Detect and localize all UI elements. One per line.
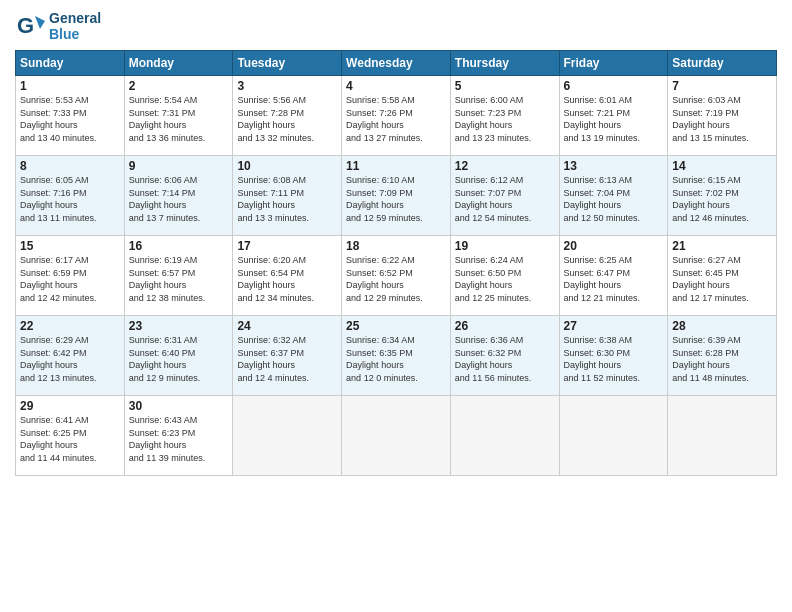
day-info: Sunrise: 6:22 AMSunset: 6:52 PMDaylight … [346, 254, 446, 304]
day-info: Sunrise: 6:19 AMSunset: 6:57 PMDaylight … [129, 254, 229, 304]
day-cell-13: 13Sunrise: 6:13 AMSunset: 7:04 PMDayligh… [559, 156, 668, 236]
logo-name: General [49, 10, 101, 26]
day-number: 26 [455, 319, 555, 333]
day-cell-22: 22Sunrise: 6:29 AMSunset: 6:42 PMDayligh… [16, 316, 125, 396]
day-number: 20 [564, 239, 664, 253]
day-info: Sunrise: 5:56 AMSunset: 7:28 PMDaylight … [237, 94, 337, 144]
day-info: Sunrise: 6:05 AMSunset: 7:16 PMDaylight … [20, 174, 120, 224]
day-info: Sunrise: 6:29 AMSunset: 6:42 PMDaylight … [20, 334, 120, 384]
empty-cell [342, 396, 451, 476]
day-cell-6: 6Sunrise: 6:01 AMSunset: 7:21 PMDaylight… [559, 76, 668, 156]
day-cell-27: 27Sunrise: 6:38 AMSunset: 6:30 PMDayligh… [559, 316, 668, 396]
day-info: Sunrise: 6:08 AMSunset: 7:11 PMDaylight … [237, 174, 337, 224]
header-wednesday: Wednesday [342, 51, 451, 76]
weekday-header-row: Sunday Monday Tuesday Wednesday Thursday… [16, 51, 777, 76]
day-cell-17: 17Sunrise: 6:20 AMSunset: 6:54 PMDayligh… [233, 236, 342, 316]
day-number: 16 [129, 239, 229, 253]
day-number: 13 [564, 159, 664, 173]
day-info: Sunrise: 5:58 AMSunset: 7:26 PMDaylight … [346, 94, 446, 144]
header-thursday: Thursday [450, 51, 559, 76]
day-info: Sunrise: 6:39 AMSunset: 6:28 PMDaylight … [672, 334, 772, 384]
day-cell-5: 5Sunrise: 6:00 AMSunset: 7:23 PMDaylight… [450, 76, 559, 156]
day-number: 2 [129, 79, 229, 93]
calendar: Sunday Monday Tuesday Wednesday Thursday… [15, 50, 777, 476]
week-row-2: 8Sunrise: 6:05 AMSunset: 7:16 PMDaylight… [16, 156, 777, 236]
logo: G General Blue [15, 10, 101, 42]
day-info: Sunrise: 5:54 AMSunset: 7:31 PMDaylight … [129, 94, 229, 144]
header-tuesday: Tuesday [233, 51, 342, 76]
day-number: 6 [564, 79, 664, 93]
day-info: Sunrise: 6:06 AMSunset: 7:14 PMDaylight … [129, 174, 229, 224]
day-number: 11 [346, 159, 446, 173]
day-cell-24: 24Sunrise: 6:32 AMSunset: 6:37 PMDayligh… [233, 316, 342, 396]
day-info: Sunrise: 6:43 AMSunset: 6:23 PMDaylight … [129, 414, 229, 464]
day-cell-18: 18Sunrise: 6:22 AMSunset: 6:52 PMDayligh… [342, 236, 451, 316]
day-number: 8 [20, 159, 120, 173]
day-number: 12 [455, 159, 555, 173]
day-number: 21 [672, 239, 772, 253]
page: G General Blue Sunday Monday Tuesday Wed… [0, 0, 792, 612]
day-cell-23: 23Sunrise: 6:31 AMSunset: 6:40 PMDayligh… [124, 316, 233, 396]
week-row-5: 29Sunrise: 6:41 AMSunset: 6:25 PMDayligh… [16, 396, 777, 476]
day-number: 15 [20, 239, 120, 253]
day-info: Sunrise: 6:24 AMSunset: 6:50 PMDaylight … [455, 254, 555, 304]
day-number: 22 [20, 319, 120, 333]
day-cell-21: 21Sunrise: 6:27 AMSunset: 6:45 PMDayligh… [668, 236, 777, 316]
day-number: 9 [129, 159, 229, 173]
day-cell-15: 15Sunrise: 6:17 AMSunset: 6:59 PMDayligh… [16, 236, 125, 316]
day-cell-3: 3Sunrise: 5:56 AMSunset: 7:28 PMDaylight… [233, 76, 342, 156]
logo-blue: Blue [49, 26, 101, 42]
day-cell-8: 8Sunrise: 6:05 AMSunset: 7:16 PMDaylight… [16, 156, 125, 236]
day-cell-30: 30Sunrise: 6:43 AMSunset: 6:23 PMDayligh… [124, 396, 233, 476]
header-friday: Friday [559, 51, 668, 76]
header-monday: Monday [124, 51, 233, 76]
day-number: 29 [20, 399, 120, 413]
day-cell-14: 14Sunrise: 6:15 AMSunset: 7:02 PMDayligh… [668, 156, 777, 236]
day-info: Sunrise: 6:25 AMSunset: 6:47 PMDaylight … [564, 254, 664, 304]
day-cell-19: 19Sunrise: 6:24 AMSunset: 6:50 PMDayligh… [450, 236, 559, 316]
day-info: Sunrise: 6:32 AMSunset: 6:37 PMDaylight … [237, 334, 337, 384]
day-number: 23 [129, 319, 229, 333]
day-info: Sunrise: 6:20 AMSunset: 6:54 PMDaylight … [237, 254, 337, 304]
day-number: 7 [672, 79, 772, 93]
day-cell-2: 2Sunrise: 5:54 AMSunset: 7:31 PMDaylight… [124, 76, 233, 156]
day-number: 17 [237, 239, 337, 253]
day-number: 5 [455, 79, 555, 93]
day-cell-1: 1Sunrise: 5:53 AMSunset: 7:33 PMDaylight… [16, 76, 125, 156]
week-row-3: 15Sunrise: 6:17 AMSunset: 6:59 PMDayligh… [16, 236, 777, 316]
logo-icon: G [15, 11, 45, 41]
day-cell-26: 26Sunrise: 6:36 AMSunset: 6:32 PMDayligh… [450, 316, 559, 396]
day-number: 1 [20, 79, 120, 93]
week-row-1: 1Sunrise: 5:53 AMSunset: 7:33 PMDaylight… [16, 76, 777, 156]
day-info: Sunrise: 6:27 AMSunset: 6:45 PMDaylight … [672, 254, 772, 304]
day-info: Sunrise: 6:38 AMSunset: 6:30 PMDaylight … [564, 334, 664, 384]
day-info: Sunrise: 6:17 AMSunset: 6:59 PMDaylight … [20, 254, 120, 304]
day-info: Sunrise: 5:53 AMSunset: 7:33 PMDaylight … [20, 94, 120, 144]
day-info: Sunrise: 6:03 AMSunset: 7:19 PMDaylight … [672, 94, 772, 144]
day-info: Sunrise: 6:12 AMSunset: 7:07 PMDaylight … [455, 174, 555, 224]
day-number: 27 [564, 319, 664, 333]
svg-text:G: G [17, 13, 34, 38]
day-number: 19 [455, 239, 555, 253]
day-cell-29: 29Sunrise: 6:41 AMSunset: 6:25 PMDayligh… [16, 396, 125, 476]
day-number: 28 [672, 319, 772, 333]
day-number: 10 [237, 159, 337, 173]
day-cell-28: 28Sunrise: 6:39 AMSunset: 6:28 PMDayligh… [668, 316, 777, 396]
day-info: Sunrise: 6:34 AMSunset: 6:35 PMDaylight … [346, 334, 446, 384]
day-info: Sunrise: 6:36 AMSunset: 6:32 PMDaylight … [455, 334, 555, 384]
day-number: 25 [346, 319, 446, 333]
day-cell-16: 16Sunrise: 6:19 AMSunset: 6:57 PMDayligh… [124, 236, 233, 316]
day-number: 24 [237, 319, 337, 333]
empty-cell [559, 396, 668, 476]
day-info: Sunrise: 6:41 AMSunset: 6:25 PMDaylight … [20, 414, 120, 464]
day-cell-9: 9Sunrise: 6:06 AMSunset: 7:14 PMDaylight… [124, 156, 233, 236]
day-cell-11: 11Sunrise: 6:10 AMSunset: 7:09 PMDayligh… [342, 156, 451, 236]
day-cell-7: 7Sunrise: 6:03 AMSunset: 7:19 PMDaylight… [668, 76, 777, 156]
day-cell-12: 12Sunrise: 6:12 AMSunset: 7:07 PMDayligh… [450, 156, 559, 236]
empty-cell [668, 396, 777, 476]
day-number: 18 [346, 239, 446, 253]
day-info: Sunrise: 6:13 AMSunset: 7:04 PMDaylight … [564, 174, 664, 224]
day-cell-10: 10Sunrise: 6:08 AMSunset: 7:11 PMDayligh… [233, 156, 342, 236]
day-info: Sunrise: 6:00 AMSunset: 7:23 PMDaylight … [455, 94, 555, 144]
day-number: 4 [346, 79, 446, 93]
